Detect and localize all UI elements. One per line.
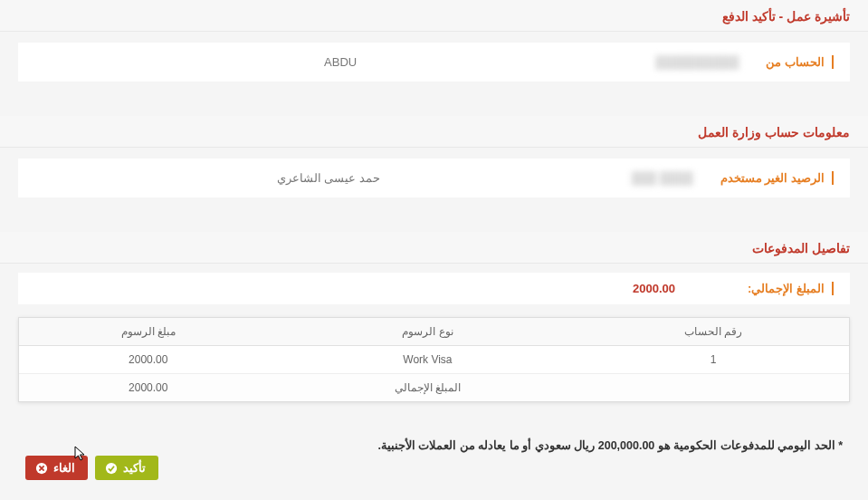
table-header-row: رقم الحساب نوع الرسوم مبلغ الرسوم xyxy=(19,318,849,346)
account-from-row: الحساب من ██████████ ABDU xyxy=(18,43,850,82)
fees-table: رقم الحساب نوع الرسوم مبلغ الرسوم 1 Work… xyxy=(18,317,850,402)
unused-balance-label: الرصيد الغير مستخدم xyxy=(720,171,834,185)
footer-total-label: المبلغ الإجمالي xyxy=(278,374,578,402)
confirm-label: تأكيد xyxy=(123,461,146,475)
confirm-button[interactable]: تأكيد xyxy=(95,456,158,480)
total-amount-value: 2000.00 xyxy=(633,282,675,295)
check-circle-icon xyxy=(104,461,118,475)
total-amount-row: المبلغ الإجمالي: 2000.00 xyxy=(18,273,850,304)
cell-fee-amount: 2000.00 xyxy=(19,346,278,374)
cancel-button[interactable]: الغاء xyxy=(25,456,88,480)
redacted-text: ██████████ xyxy=(646,55,748,69)
footer-total-value: 2000.00 xyxy=(19,374,278,402)
table-row: 1 Work Visa 2000.00 xyxy=(19,346,849,374)
cell-fee-type: Work Visa xyxy=(278,346,578,374)
table-footer-row: المبلغ الإجمالي 2000.00 xyxy=(19,374,849,402)
redacted-text: ████ ███ xyxy=(623,171,702,185)
col-fee-amount: مبلغ الرسوم xyxy=(19,318,278,346)
col-account-no: رقم الحساب xyxy=(577,318,849,346)
cell-account-no: 1 xyxy=(577,346,849,374)
account-from-label: الحساب من xyxy=(766,55,834,69)
col-fee-type: نوع الرسوم xyxy=(278,318,578,346)
svg-point-1 xyxy=(105,462,116,473)
section-title-mol-account: معلومات حساب وزارة العمل xyxy=(0,116,868,148)
section-title-payment-details: تفاصيل المدفوعات xyxy=(0,232,868,264)
close-circle-icon xyxy=(34,461,48,475)
section-title-visa-confirm: تأشيرة عمل - تأكيد الدفع xyxy=(0,0,868,32)
account-from-value: ABDU xyxy=(34,55,646,69)
unused-balance-row: الرصيد الغير مستخدم ████ ███ حمد عيسى ال… xyxy=(18,159,850,197)
daily-limit-note: * الحد اليومي للمدفوعات الحكومية هو 200,… xyxy=(0,438,843,452)
unused-balance-value: حمد عيسى الشاعري xyxy=(34,171,623,185)
button-bar: الغاء تأكيد xyxy=(25,456,158,480)
total-amount-label: المبلغ الإجمالي: xyxy=(748,282,834,295)
cancel-label: الغاء xyxy=(53,461,75,475)
